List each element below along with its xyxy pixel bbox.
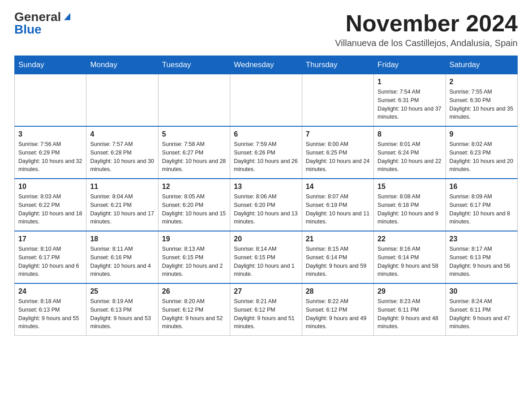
calendar-day-cell: 15Sunrise: 8:08 AM Sunset: 6:18 PM Dayli… [374, 179, 446, 231]
calendar-day-cell: 5Sunrise: 7:58 AM Sunset: 6:27 PM Daylig… [158, 126, 230, 179]
day-info: Sunrise: 8:13 AM Sunset: 6:15 PM Dayligh… [162, 245, 226, 278]
day-number: 23 [450, 235, 514, 243]
calendar-title: November 2024 [335, 11, 518, 36]
calendar-day-cell [15, 74, 86, 127]
day-number: 18 [90, 235, 154, 243]
day-number: 8 [378, 130, 442, 138]
calendar-day-cell: 24Sunrise: 8:18 AM Sunset: 6:13 PM Dayli… [15, 283, 86, 336]
day-info: Sunrise: 8:00 AM Sunset: 6:25 PM Dayligh… [306, 140, 370, 174]
day-number: 19 [162, 235, 226, 243]
day-number: 7 [306, 130, 370, 138]
calendar-day-cell: 25Sunrise: 8:19 AM Sunset: 6:13 PM Dayli… [86, 283, 158, 336]
calendar-day-cell: 20Sunrise: 8:14 AM Sunset: 6:15 PM Dayli… [230, 231, 302, 283]
day-number: 22 [378, 235, 442, 243]
calendar-week-row: 17Sunrise: 8:10 AM Sunset: 6:17 PM Dayli… [15, 231, 518, 283]
logo-blue: Blue [14, 23, 42, 36]
day-info: Sunrise: 8:06 AM Sunset: 6:20 PM Dayligh… [234, 193, 298, 226]
day-info: Sunrise: 8:10 AM Sunset: 6:17 PM Dayligh… [18, 245, 82, 278]
calendar-day-cell: 8Sunrise: 8:01 AM Sunset: 6:24 PM Daylig… [374, 126, 446, 179]
weekday-header-thursday: Thursday [302, 56, 373, 74]
calendar-day-cell: 23Sunrise: 8:17 AM Sunset: 6:13 PM Dayli… [446, 231, 517, 283]
day-info: Sunrise: 7:55 AM Sunset: 6:30 PM Dayligh… [450, 88, 514, 121]
day-number: 16 [450, 183, 514, 191]
day-number: 21 [306, 235, 370, 243]
logo-triangle-icon [62, 11, 72, 21]
calendar-week-row: 10Sunrise: 8:03 AM Sunset: 6:22 PM Dayli… [15, 179, 518, 231]
calendar-day-cell: 27Sunrise: 8:21 AM Sunset: 6:12 PM Dayli… [230, 283, 302, 336]
day-number: 11 [90, 183, 154, 191]
title-block: November 2024 Villanueva de los Castille… [335, 11, 518, 48]
day-info: Sunrise: 8:01 AM Sunset: 6:24 PM Dayligh… [378, 140, 442, 174]
weekday-header-friday: Friday [374, 56, 446, 74]
calendar-day-cell: 4Sunrise: 7:57 AM Sunset: 6:28 PM Daylig… [86, 126, 158, 179]
calendar-day-cell: 17Sunrise: 8:10 AM Sunset: 6:17 PM Dayli… [15, 231, 86, 283]
day-number: 27 [234, 287, 298, 295]
calendar-day-cell: 12Sunrise: 8:05 AM Sunset: 6:20 PM Dayli… [158, 179, 230, 231]
day-info: Sunrise: 8:21 AM Sunset: 6:12 PM Dayligh… [234, 297, 298, 331]
day-info: Sunrise: 8:20 AM Sunset: 6:12 PM Dayligh… [162, 297, 226, 331]
day-number: 25 [90, 287, 154, 295]
day-info: Sunrise: 8:09 AM Sunset: 6:17 PM Dayligh… [450, 193, 514, 226]
day-number: 9 [450, 130, 514, 138]
day-number: 26 [162, 287, 226, 295]
calendar-day-cell [302, 74, 373, 127]
day-info: Sunrise: 8:07 AM Sunset: 6:19 PM Dayligh… [306, 193, 370, 226]
day-number: 10 [18, 183, 82, 191]
calendar-day-cell [230, 74, 302, 127]
day-info: Sunrise: 8:18 AM Sunset: 6:13 PM Dayligh… [18, 297, 82, 331]
calendar-day-cell [158, 74, 230, 127]
logo: General Blue [14, 11, 72, 36]
day-number: 29 [378, 287, 442, 295]
day-info: Sunrise: 8:19 AM Sunset: 6:13 PM Dayligh… [90, 297, 154, 331]
logo-general: General [14, 11, 61, 23]
calendar-day-cell: 3Sunrise: 7:56 AM Sunset: 6:29 PM Daylig… [15, 126, 86, 179]
calendar-day-cell: 18Sunrise: 8:11 AM Sunset: 6:16 PM Dayli… [86, 231, 158, 283]
day-info: Sunrise: 8:03 AM Sunset: 6:22 PM Dayligh… [18, 193, 82, 226]
calendar-day-cell: 16Sunrise: 8:09 AM Sunset: 6:17 PM Dayli… [446, 179, 517, 231]
day-number: 17 [18, 235, 82, 243]
calendar-day-cell: 28Sunrise: 8:22 AM Sunset: 6:12 PM Dayli… [302, 283, 373, 336]
calendar-week-row: 24Sunrise: 8:18 AM Sunset: 6:13 PM Dayli… [15, 283, 518, 336]
day-info: Sunrise: 8:14 AM Sunset: 6:15 PM Dayligh… [234, 245, 298, 278]
calendar-day-cell: 19Sunrise: 8:13 AM Sunset: 6:15 PM Dayli… [158, 231, 230, 283]
day-info: Sunrise: 8:11 AM Sunset: 6:16 PM Dayligh… [90, 245, 154, 278]
calendar-day-cell: 13Sunrise: 8:06 AM Sunset: 6:20 PM Dayli… [230, 179, 302, 231]
calendar-day-cell: 29Sunrise: 8:23 AM Sunset: 6:11 PM Dayli… [374, 283, 446, 336]
day-info: Sunrise: 7:57 AM Sunset: 6:28 PM Dayligh… [90, 140, 154, 174]
page-header: General Blue November 2024 Villanueva de… [14, 11, 518, 48]
day-info: Sunrise: 8:22 AM Sunset: 6:12 PM Dayligh… [306, 297, 370, 331]
calendar-day-cell [86, 74, 158, 127]
day-number: 13 [234, 183, 298, 191]
day-info: Sunrise: 8:15 AM Sunset: 6:14 PM Dayligh… [306, 245, 370, 278]
calendar-day-cell: 14Sunrise: 8:07 AM Sunset: 6:19 PM Dayli… [302, 179, 373, 231]
calendar-day-cell: 7Sunrise: 8:00 AM Sunset: 6:25 PM Daylig… [302, 126, 373, 179]
day-info: Sunrise: 8:05 AM Sunset: 6:20 PM Dayligh… [162, 193, 226, 226]
weekday-header-wednesday: Wednesday [230, 56, 302, 74]
calendar-day-cell: 6Sunrise: 7:59 AM Sunset: 6:26 PM Daylig… [230, 126, 302, 179]
calendar-week-row: 3Sunrise: 7:56 AM Sunset: 6:29 PM Daylig… [15, 126, 518, 179]
day-info: Sunrise: 7:58 AM Sunset: 6:27 PM Dayligh… [162, 140, 226, 174]
day-number: 6 [234, 130, 298, 138]
day-number: 1 [378, 78, 442, 86]
weekday-header-row: SundayMondayTuesdayWednesdayThursdayFrid… [15, 56, 518, 74]
weekday-header-monday: Monday [86, 56, 158, 74]
day-number: 15 [378, 183, 442, 191]
day-number: 24 [18, 287, 82, 295]
calendar-day-cell: 21Sunrise: 8:15 AM Sunset: 6:14 PM Dayli… [302, 231, 373, 283]
day-number: 30 [450, 287, 514, 295]
day-number: 3 [18, 130, 82, 138]
day-info: Sunrise: 8:02 AM Sunset: 6:23 PM Dayligh… [450, 140, 514, 174]
day-info: Sunrise: 7:56 AM Sunset: 6:29 PM Dayligh… [18, 140, 82, 174]
day-info: Sunrise: 8:08 AM Sunset: 6:18 PM Dayligh… [378, 193, 442, 226]
day-number: 20 [234, 235, 298, 243]
calendar-day-cell: 2Sunrise: 7:55 AM Sunset: 6:30 PM Daylig… [446, 74, 517, 127]
calendar-day-cell: 9Sunrise: 8:02 AM Sunset: 6:23 PM Daylig… [446, 126, 517, 179]
calendar-day-cell: 26Sunrise: 8:20 AM Sunset: 6:12 PM Dayli… [158, 283, 230, 336]
weekday-header-sunday: Sunday [15, 56, 86, 74]
day-number: 5 [162, 130, 226, 138]
day-info: Sunrise: 7:59 AM Sunset: 6:26 PM Dayligh… [234, 140, 298, 174]
calendar-day-cell: 11Sunrise: 8:04 AM Sunset: 6:21 PM Dayli… [86, 179, 158, 231]
day-info: Sunrise: 8:16 AM Sunset: 6:14 PM Dayligh… [378, 245, 442, 278]
day-number: 4 [90, 130, 154, 138]
calendar-day-cell: 1Sunrise: 7:54 AM Sunset: 6:31 PM Daylig… [374, 74, 446, 127]
